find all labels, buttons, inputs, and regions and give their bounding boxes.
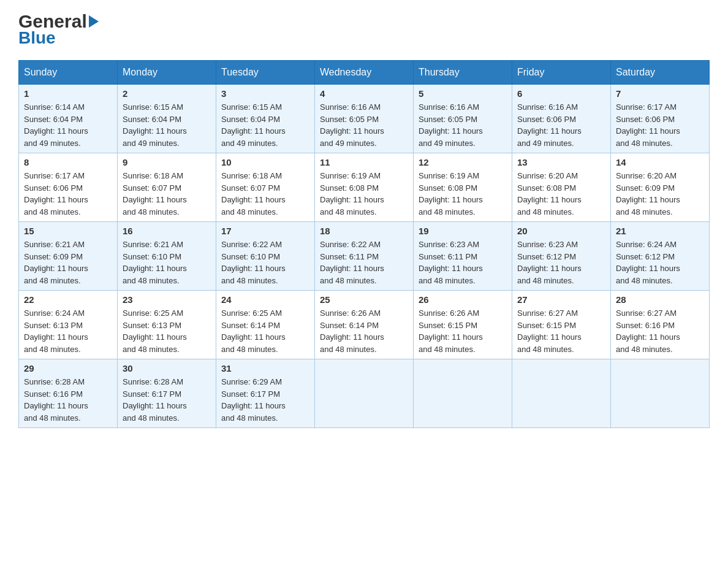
- calendar-cell: 29 Sunrise: 6:28 AMSunset: 6:16 PMDaylig…: [19, 359, 118, 428]
- day-number: 5: [419, 88, 507, 99]
- week-row-3: 15 Sunrise: 6:21 AMSunset: 6:09 PMDaylig…: [19, 222, 710, 291]
- day-info: Sunrise: 6:25 AMSunset: 6:13 PMDaylight:…: [123, 307, 211, 355]
- logo-arrow-icon: [89, 15, 99, 28]
- page-header: General Blue: [18, 12, 710, 48]
- day-info: Sunrise: 6:21 AMSunset: 6:10 PMDaylight:…: [123, 239, 211, 286]
- day-info: Sunrise: 6:16 AMSunset: 6:06 PMDaylight:…: [517, 101, 605, 149]
- day-number: 13: [517, 157, 605, 167]
- calendar-cell: 3 Sunrise: 6:15 AMSunset: 6:04 PMDayligh…: [216, 85, 315, 153]
- calendar-cell: 18 Sunrise: 6:22 AMSunset: 6:11 PMDaylig…: [315, 222, 414, 291]
- calendar-cell: 10 Sunrise: 6:18 AMSunset: 6:07 PMDaylig…: [216, 153, 315, 222]
- calendar-cell: 4 Sunrise: 6:16 AMSunset: 6:05 PMDayligh…: [315, 85, 414, 153]
- day-number: 23: [123, 294, 211, 305]
- week-row-4: 22 Sunrise: 6:24 AMSunset: 6:13 PMDaylig…: [19, 291, 710, 359]
- day-info: Sunrise: 6:22 AMSunset: 6:11 PMDaylight:…: [320, 239, 408, 286]
- calendar-cell: 31 Sunrise: 6:29 AMSunset: 6:17 PMDaylig…: [216, 359, 315, 428]
- day-info: Sunrise: 6:18 AMSunset: 6:07 PMDaylight:…: [221, 170, 309, 218]
- calendar-cell: 19 Sunrise: 6:23 AMSunset: 6:11 PMDaylig…: [414, 222, 512, 291]
- header-day-friday: Friday: [512, 61, 611, 85]
- day-number: 29: [24, 363, 112, 373]
- calendar-cell: 24 Sunrise: 6:25 AMSunset: 6:14 PMDaylig…: [216, 291, 315, 359]
- calendar-cell: 20 Sunrise: 6:23 AMSunset: 6:12 PMDaylig…: [512, 222, 611, 291]
- header-day-monday: Monday: [118, 61, 216, 85]
- header-day-tuesday: Tuesday: [216, 61, 315, 85]
- calendar-cell: 16 Sunrise: 6:21 AMSunset: 6:10 PMDaylig…: [118, 222, 216, 291]
- calendar-cell: 11 Sunrise: 6:19 AMSunset: 6:08 PMDaylig…: [315, 153, 414, 222]
- calendar-cell: 28 Sunrise: 6:27 AMSunset: 6:16 PMDaylig…: [611, 291, 710, 359]
- day-info: Sunrise: 6:15 AMSunset: 6:04 PMDaylight:…: [123, 101, 211, 149]
- calendar-cell: [414, 359, 512, 428]
- day-number: 3: [221, 88, 309, 99]
- calendar-cell: 5 Sunrise: 6:16 AMSunset: 6:05 PMDayligh…: [414, 85, 512, 153]
- day-number: 10: [221, 157, 309, 167]
- calendar-cell: 14 Sunrise: 6:20 AMSunset: 6:09 PMDaylig…: [611, 153, 710, 222]
- calendar-cell: 12 Sunrise: 6:19 AMSunset: 6:08 PMDaylig…: [414, 153, 512, 222]
- day-info: Sunrise: 6:29 AMSunset: 6:17 PMDaylight:…: [221, 376, 309, 424]
- header-day-wednesday: Wednesday: [315, 61, 414, 85]
- day-number: 16: [123, 226, 211, 236]
- day-number: 20: [517, 226, 605, 236]
- calendar-cell: 6 Sunrise: 6:16 AMSunset: 6:06 PMDayligh…: [512, 85, 611, 153]
- calendar-cell: [315, 359, 414, 428]
- day-info: Sunrise: 6:26 AMSunset: 6:14 PMDaylight:…: [320, 307, 408, 355]
- day-info: Sunrise: 6:24 AMSunset: 6:13 PMDaylight:…: [24, 307, 112, 355]
- calendar-cell: 15 Sunrise: 6:21 AMSunset: 6:09 PMDaylig…: [19, 222, 118, 291]
- header-day-sunday: Sunday: [19, 61, 118, 85]
- calendar-cell: [611, 359, 710, 428]
- day-number: 14: [616, 157, 704, 167]
- day-info: Sunrise: 6:15 AMSunset: 6:04 PMDaylight:…: [221, 101, 309, 149]
- week-row-1: 1 Sunrise: 6:14 AMSunset: 6:04 PMDayligh…: [19, 85, 710, 153]
- day-number: 27: [517, 294, 605, 305]
- day-info: Sunrise: 6:19 AMSunset: 6:08 PMDaylight:…: [320, 170, 408, 218]
- calendar-cell: 27 Sunrise: 6:27 AMSunset: 6:15 PMDaylig…: [512, 291, 611, 359]
- week-row-2: 8 Sunrise: 6:17 AMSunset: 6:06 PMDayligh…: [19, 153, 710, 222]
- day-number: 7: [616, 88, 704, 99]
- day-info: Sunrise: 6:23 AMSunset: 6:12 PMDaylight:…: [517, 239, 605, 286]
- calendar-cell: 2 Sunrise: 6:15 AMSunset: 6:04 PMDayligh…: [118, 85, 216, 153]
- day-info: Sunrise: 6:16 AMSunset: 6:05 PMDaylight:…: [320, 101, 408, 149]
- day-number: 4: [320, 88, 408, 99]
- calendar-cell: 7 Sunrise: 6:17 AMSunset: 6:06 PMDayligh…: [611, 85, 710, 153]
- day-info: Sunrise: 6:17 AMSunset: 6:06 PMDaylight:…: [24, 170, 112, 218]
- day-number: 9: [123, 157, 211, 167]
- day-info: Sunrise: 6:27 AMSunset: 6:16 PMDaylight:…: [616, 307, 704, 355]
- day-info: Sunrise: 6:23 AMSunset: 6:11 PMDaylight:…: [419, 239, 507, 286]
- day-info: Sunrise: 6:27 AMSunset: 6:15 PMDaylight:…: [517, 307, 605, 355]
- header-row: SundayMondayTuesdayWednesdayThursdayFrid…: [19, 61, 710, 85]
- calendar-cell: 25 Sunrise: 6:26 AMSunset: 6:14 PMDaylig…: [315, 291, 414, 359]
- day-number: 21: [616, 226, 704, 236]
- logo-blue: Blue: [18, 28, 56, 48]
- calendar-cell: 22 Sunrise: 6:24 AMSunset: 6:13 PMDaylig…: [19, 291, 118, 359]
- day-info: Sunrise: 6:25 AMSunset: 6:14 PMDaylight:…: [221, 307, 309, 355]
- day-info: Sunrise: 6:28 AMSunset: 6:16 PMDaylight:…: [24, 376, 112, 424]
- day-number: 15: [24, 226, 112, 236]
- day-number: 1: [24, 88, 112, 99]
- day-info: Sunrise: 6:17 AMSunset: 6:06 PMDaylight:…: [616, 101, 704, 149]
- calendar-cell: 9 Sunrise: 6:18 AMSunset: 6:07 PMDayligh…: [118, 153, 216, 222]
- day-number: 17: [221, 226, 309, 236]
- calendar-cell: 23 Sunrise: 6:25 AMSunset: 6:13 PMDaylig…: [118, 291, 216, 359]
- day-info: Sunrise: 6:26 AMSunset: 6:15 PMDaylight:…: [419, 307, 507, 355]
- day-number: 22: [24, 294, 112, 305]
- day-number: 25: [320, 294, 408, 305]
- day-info: Sunrise: 6:14 AMSunset: 6:04 PMDaylight:…: [24, 101, 112, 149]
- day-info: Sunrise: 6:24 AMSunset: 6:12 PMDaylight:…: [616, 239, 704, 286]
- day-number: 11: [320, 157, 408, 167]
- header-day-saturday: Saturday: [611, 61, 710, 85]
- week-row-5: 29 Sunrise: 6:28 AMSunset: 6:16 PMDaylig…: [19, 359, 710, 428]
- day-info: Sunrise: 6:21 AMSunset: 6:09 PMDaylight:…: [24, 239, 112, 286]
- day-number: 8: [24, 157, 112, 167]
- header-day-thursday: Thursday: [414, 61, 512, 85]
- day-info: Sunrise: 6:20 AMSunset: 6:08 PMDaylight:…: [517, 170, 605, 218]
- day-number: 18: [320, 226, 408, 236]
- day-info: Sunrise: 6:18 AMSunset: 6:07 PMDaylight:…: [123, 170, 211, 218]
- calendar-cell: [512, 359, 611, 428]
- day-info: Sunrise: 6:16 AMSunset: 6:05 PMDaylight:…: [419, 101, 507, 149]
- day-number: 30: [123, 363, 211, 373]
- day-number: 28: [616, 294, 704, 305]
- day-number: 6: [517, 88, 605, 99]
- day-number: 19: [419, 226, 507, 236]
- calendar-table: SundayMondayTuesdayWednesdayThursdayFrid…: [18, 60, 710, 428]
- day-number: 24: [221, 294, 309, 305]
- logo: General Blue: [18, 12, 99, 48]
